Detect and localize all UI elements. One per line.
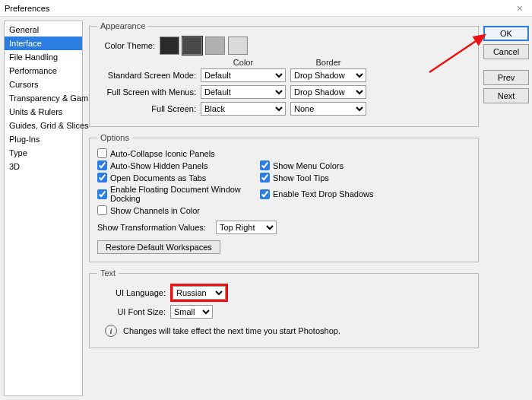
checkbox-auto-show[interactable] xyxy=(97,160,107,170)
screen-mode-border-2[interactable]: None xyxy=(290,102,366,116)
screen-mode-color-1[interactable]: Default xyxy=(201,85,286,99)
ok-label: OK xyxy=(500,29,512,38)
check-menu-colors[interactable]: Show Menu Colors xyxy=(260,160,470,170)
titlebar: Preferences × xyxy=(0,0,532,17)
label-text-shadows: Enable Text Drop Shadows xyxy=(273,189,374,198)
dialog-body: GeneralInterfaceFile HandlingPerformance… xyxy=(0,17,532,400)
sidebar-item-plug-ins[interactable]: Plug-Ins xyxy=(5,132,82,146)
theme-swatch-3[interactable] xyxy=(228,37,248,55)
transform-values-label: Show Transformation Values: xyxy=(97,223,211,232)
ui-language-label: UI Language: xyxy=(97,288,166,297)
header-border: Border xyxy=(290,58,366,67)
screen-mode-row-2: Full Screen:BlackNone xyxy=(97,102,470,116)
checkbox-channels[interactable] xyxy=(97,205,107,215)
screen-mode-border-0[interactable]: Drop Shadow xyxy=(290,68,366,82)
transform-values-select[interactable]: Top Right xyxy=(216,221,277,234)
color-theme-swatches xyxy=(160,37,248,55)
sidebar-item-file-handling[interactable]: File Handling xyxy=(5,50,82,64)
appearance-legend: Appearance xyxy=(97,21,148,30)
sidebar-item-general[interactable]: General xyxy=(5,23,82,37)
header-color: Color xyxy=(201,58,286,67)
info-row: i Changes will take effect the next time… xyxy=(105,325,470,337)
options-group: Options Auto-Collapse Iconic Panels Auto… xyxy=(89,133,479,262)
sidebar-item-interface[interactable]: Interface xyxy=(5,37,82,50)
restore-workspaces-button[interactable]: Restore Default Workspaces xyxy=(97,240,220,254)
label-channels: Show Channels in Color xyxy=(110,206,200,215)
next-label: Next xyxy=(498,91,515,100)
dialog-buttons: OK Cancel Prev Next xyxy=(483,21,529,395)
ui-font-size-select[interactable]: Small xyxy=(170,305,213,319)
screen-mode-label-1: Full Screen with Menus: xyxy=(97,87,196,97)
check-channels[interactable]: Show Channels in Color xyxy=(97,205,470,215)
checkbox-menu-colors[interactable] xyxy=(260,160,270,170)
sidebar-item-3d[interactable]: 3D xyxy=(5,160,82,173)
screen-mode-border-1[interactable]: Drop Shadow xyxy=(290,85,366,99)
ui-language-select[interactable]: Russian xyxy=(173,286,226,300)
label-open-tabs: Open Documents as Tabs xyxy=(110,173,206,183)
cancel-button[interactable]: Cancel xyxy=(483,44,529,59)
label-auto-show: Auto-Show Hidden Panels xyxy=(110,161,207,170)
checkbox-tool-tips[interactable] xyxy=(260,173,270,183)
text-group: Text UI Language: Russian UI Font Size: … xyxy=(89,268,479,348)
ui-font-size-label: UI Font Size: xyxy=(97,307,166,316)
screen-mode-color-2[interactable]: Black xyxy=(201,102,286,116)
label-menu-colors: Show Menu Colors xyxy=(273,161,344,170)
panels: Appearance Color Theme: Color Border Sta… xyxy=(89,21,479,395)
ok-button[interactable]: OK xyxy=(483,26,529,41)
ui-language-highlight: Russian xyxy=(170,284,228,302)
close-icon[interactable]: × xyxy=(512,2,527,14)
sidebar-item-units-rulers[interactable]: Units & Rulers xyxy=(5,105,82,119)
label-docking: Enable Floating Document Window Docking xyxy=(110,185,257,203)
label-tool-tips: Show Tool Tips xyxy=(273,173,329,183)
theme-swatch-1[interactable] xyxy=(182,37,202,55)
prev-label: Prev xyxy=(498,73,515,82)
screen-mode-row-0: Standard Screen Mode:DefaultDrop Shadow xyxy=(97,68,470,82)
checkbox-docking[interactable] xyxy=(97,189,107,199)
column-headers: Color Border xyxy=(201,58,470,67)
sidebar-item-transparency-gamut[interactable]: Transparency & Gamut xyxy=(5,91,82,105)
sidebar-item-cursors[interactable]: Cursors xyxy=(5,78,82,91)
prev-button[interactable]: Prev xyxy=(483,70,529,85)
options-legend: Options xyxy=(97,133,132,142)
info-text: Changes will take effect the next time y… xyxy=(123,326,340,335)
sidebar-item-performance[interactable]: Performance xyxy=(5,64,82,78)
info-icon: i xyxy=(105,325,117,337)
text-legend: Text xyxy=(97,268,119,278)
theme-swatch-2[interactable] xyxy=(205,37,225,55)
check-auto-show[interactable]: Auto-Show Hidden Panels xyxy=(97,160,257,170)
sidebar-item-guides-grid-slices[interactable]: Guides, Grid & Slices xyxy=(5,119,82,132)
sidebar: GeneralInterfaceFile HandlingPerformance… xyxy=(4,21,83,396)
screen-mode-label-2: Full Screen: xyxy=(97,104,196,113)
screen-mode-color-0[interactable]: Default xyxy=(201,68,286,82)
restore-workspaces-label: Restore Default Workspaces xyxy=(106,243,212,252)
window-title: Preferences xyxy=(5,4,49,13)
label-auto-collapse: Auto-Collapse Iconic Panels xyxy=(110,149,215,158)
next-button[interactable]: Next xyxy=(483,88,529,103)
cancel-label: Cancel xyxy=(493,47,519,56)
check-open-tabs[interactable]: Open Documents as Tabs xyxy=(97,173,257,183)
checkbox-text-shadows[interactable] xyxy=(260,189,270,199)
check-tool-tips[interactable]: Show Tool Tips xyxy=(260,173,470,183)
screen-mode-label-0: Standard Screen Mode: xyxy=(97,71,196,80)
screen-mode-row-1: Full Screen with Menus:DefaultDrop Shado… xyxy=(97,85,470,99)
checkbox-open-tabs[interactable] xyxy=(97,173,107,183)
sidebar-item-type[interactable]: Type xyxy=(5,146,82,160)
options-grid: Auto-Collapse Iconic Panels Auto-Show Hi… xyxy=(97,148,470,217)
check-text-shadows[interactable]: Enable Text Drop Shadows xyxy=(260,185,470,203)
color-theme-label: Color Theme: xyxy=(97,41,155,50)
appearance-group: Appearance Color Theme: Color Border Sta… xyxy=(89,21,479,127)
theme-swatch-0[interactable] xyxy=(160,37,179,55)
main-area: Appearance Color Theme: Color Border Sta… xyxy=(83,17,532,400)
check-docking[interactable]: Enable Floating Document Window Docking xyxy=(97,185,257,203)
checkbox-auto-collapse[interactable] xyxy=(97,148,107,158)
check-auto-collapse[interactable]: Auto-Collapse Iconic Panels xyxy=(97,148,470,158)
